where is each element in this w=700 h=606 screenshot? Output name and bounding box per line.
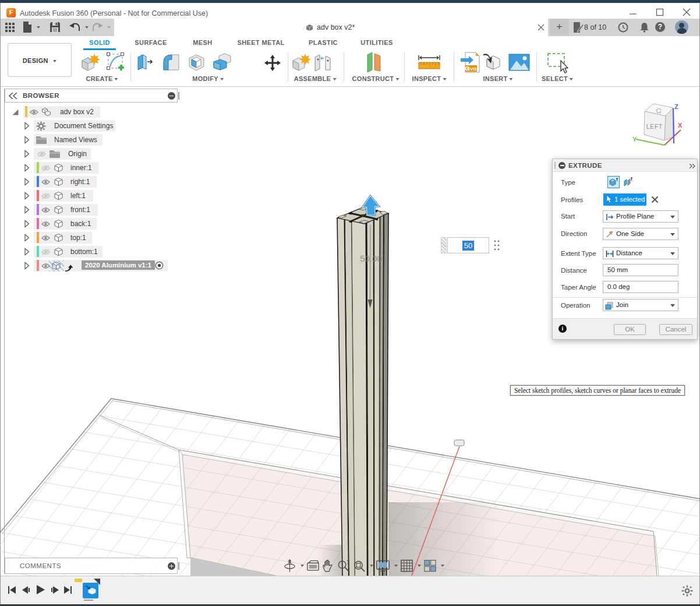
- redo-caret[interactable]: [107, 26, 111, 29]
- document-tab[interactable]: adv box v2*: [114, 19, 548, 36]
- design-workspace-button[interactable]: DESIGN: [8, 43, 72, 77]
- extrude-dialog-header[interactable]: EXTRUDE: [553, 159, 697, 172]
- notification-bell-icon[interactable]: [639, 22, 649, 33]
- browser-row-2020-aluminium-v1-1[interactable]: 2020 Aluminium v1:1: [0, 259, 181, 273]
- shell-icon[interactable]: [187, 52, 207, 72]
- tab-solid[interactable]: SOLID: [89, 39, 110, 46]
- profiles-selected-button[interactable]: 1 selected: [603, 193, 646, 206]
- version-history-icon[interactable]: [573, 22, 584, 33]
- display-caret[interactable]: [394, 565, 398, 567]
- create-sketch-icon[interactable]: [106, 52, 126, 72]
- file-menu-caret[interactable]: [37, 26, 40, 29]
- timeline-go-end-icon[interactable]: [63, 586, 72, 594]
- undo-icon[interactable]: [69, 23, 81, 31]
- minimize-button[interactable]: [628, 8, 638, 17]
- comments-grip[interactable]: [178, 562, 179, 570]
- help-icon[interactable]: ?: [655, 22, 665, 32]
- input-options-grip[interactable]: [493, 239, 501, 252]
- grid-caret[interactable]: [418, 565, 421, 567]
- file-menu-icon[interactable]: [23, 22, 32, 33]
- browser-row-document-settings[interactable]: Document Settings: [0, 119, 181, 133]
- distance-input[interactable]: 50 mm: [603, 264, 678, 276]
- dimension-value-box[interactable]: 50: [447, 237, 489, 253]
- collapse-browser-icon[interactable]: [9, 93, 18, 99]
- orbit-caret[interactable]: [300, 565, 304, 567]
- zoom-icon[interactable]: [337, 559, 350, 573]
- new-body-icon[interactable]: [80, 52, 100, 72]
- start-dropdown[interactable]: Profile Plane: [603, 210, 678, 223]
- look-at-icon[interactable]: [306, 559, 320, 572]
- browser-grip[interactable]: [178, 92, 179, 100]
- fillet-icon[interactable]: [161, 52, 181, 72]
- browser-row-left-1[interactable]: left:1: [0, 189, 181, 203]
- orbit-icon[interactable]: [283, 558, 296, 573]
- new-tab-button[interactable]: +: [550, 19, 569, 36]
- fit-caret[interactable]: [370, 565, 373, 567]
- insert-canvas-icon[interactable]: [508, 54, 530, 71]
- view-cube[interactable]: Y X Z LEFT: [629, 98, 690, 152]
- app-grid-menu-icon[interactable]: [5, 23, 15, 32]
- undo-caret[interactable]: [85, 26, 89, 29]
- tab-mesh[interactable]: MESH: [193, 39, 212, 46]
- browser-row-bottom-1[interactable]: bottom:1: [0, 245, 181, 259]
- browser-row-front-1[interactable]: front:1: [0, 203, 181, 217]
- dialog-collapse-icon[interactable]: [558, 162, 565, 169]
- construct-plane-icon[interactable]: [363, 51, 385, 73]
- version-count[interactable]: 8 of 10: [584, 23, 606, 31]
- group-insert[interactable]: INSERT: [483, 75, 512, 82]
- timeline-play-icon[interactable]: [36, 584, 45, 595]
- browser-row-back-1[interactable]: back:1: [0, 217, 181, 231]
- redo-icon[interactable]: [91, 23, 103, 31]
- select-icon[interactable]: [547, 52, 571, 75]
- extrude-type-thin[interactable]: [623, 176, 635, 188]
- close-button[interactable]: [682, 8, 691, 17]
- extrude-type-solid[interactable]: [607, 176, 620, 188]
- insert-mesh-icon[interactable]: [482, 52, 502, 73]
- group-modify[interactable]: MODIFY: [192, 75, 224, 82]
- timeline-step-back-icon[interactable]: [22, 586, 30, 594]
- press-pull-icon[interactable]: [136, 52, 154, 72]
- floating-dimension-input[interactable]: 50: [441, 237, 501, 253]
- info-icon[interactable]: i: [558, 325, 567, 333]
- tab-sheet-metal[interactable]: SHEET METAL: [237, 39, 284, 46]
- tab-plastic[interactable]: PLASTIC: [309, 39, 338, 46]
- group-create[interactable]: CREATE: [86, 75, 118, 82]
- grid-settings-icon[interactable]: [400, 559, 413, 573]
- dialog-expand-icon[interactable]: [689, 164, 695, 168]
- avatar[interactable]: [675, 20, 688, 34]
- new-component-icon[interactable]: [291, 52, 310, 72]
- browser-row-top-1[interactable]: top:1: [0, 231, 181, 245]
- browser-row-right-1[interactable]: right:1: [0, 175, 181, 189]
- browser-row-inner-1[interactable]: inner:1: [0, 161, 181, 175]
- display-settings-icon[interactable]: [376, 559, 390, 573]
- timeline-step-forward-icon[interactable]: [51, 586, 59, 594]
- combine-icon[interactable]: [212, 52, 233, 72]
- add-comment-icon[interactable]: [168, 562, 175, 570]
- browser-row-named-views[interactable]: Named Views: [0, 133, 181, 147]
- browser-row-origin[interactable]: Origin: [0, 147, 181, 161]
- move-icon[interactable]: [263, 54, 282, 72]
- input-drag-handle[interactable]: [441, 237, 447, 253]
- browser-remove-icon[interactable]: [168, 92, 175, 100]
- group-construct[interactable]: CONSTRUCT: [352, 75, 400, 82]
- group-select[interactable]: SELECT: [542, 75, 573, 82]
- profiles-clear-icon[interactable]: [651, 196, 659, 203]
- save-icon[interactable]: [50, 22, 60, 32]
- tab-utilities[interactable]: UTILITIES: [360, 39, 393, 46]
- viewports-caret[interactable]: [441, 565, 444, 567]
- joint-icon[interactable]: [313, 52, 334, 72]
- group-assemble[interactable]: ASSEMBLE: [294, 75, 337, 82]
- direction-dropdown[interactable]: One Side: [603, 228, 678, 240]
- timeline-settings-gear-icon[interactable]: [681, 585, 693, 597]
- browser-row-adv-box-v2[interactable]: adv box v2: [0, 105, 181, 119]
- tab-close-icon[interactable]: [538, 24, 545, 31]
- ok-button[interactable]: OK: [614, 324, 646, 335]
- timeline-go-start-icon[interactable]: [8, 586, 16, 594]
- operation-dropdown[interactable]: Join: [603, 299, 678, 311]
- group-inspect[interactable]: INSPECT: [412, 75, 447, 82]
- cancel-button[interactable]: Cancel: [659, 324, 692, 335]
- tab-surface[interactable]: SURFACE: [135, 39, 167, 46]
- job-status-clock-icon[interactable]: [618, 22, 628, 33]
- browser-header[interactable]: BROWSER: [5, 89, 178, 103]
- comments-bar[interactable]: COMMENTS: [5, 558, 178, 574]
